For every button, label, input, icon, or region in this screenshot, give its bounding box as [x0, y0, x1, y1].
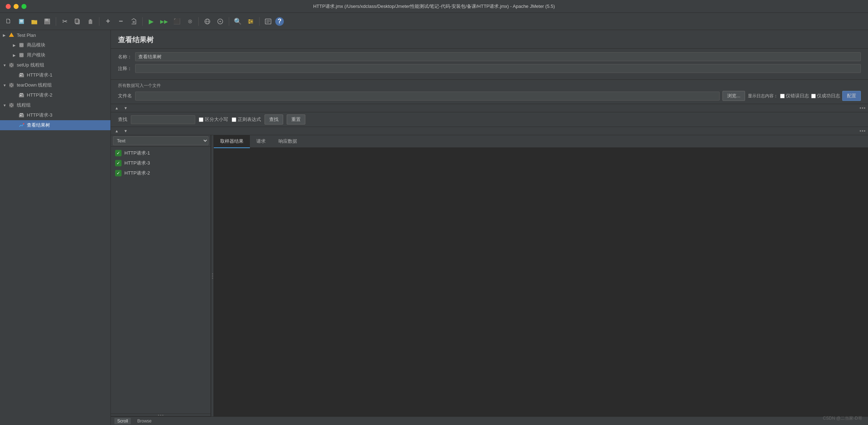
window-controls[interactable]	[6, 4, 26, 9]
remove-icon[interactable]: −	[115, 16, 127, 27]
sidebar-item-user-module[interactable]: ▶ 用户模块	[0, 50, 110, 60]
up-arrow-button[interactable]: ▲	[113, 105, 120, 111]
sidebar-item-setup-group[interactable]: ▼ setUp 线程组	[0, 60, 110, 70]
help-icon[interactable]: ?	[275, 17, 284, 26]
open-icon[interactable]	[29, 16, 40, 27]
tab-sampler-results[interactable]: 取样器结果	[214, 135, 250, 148]
paste-icon[interactable]	[85, 16, 96, 27]
titlebar: HTTP请求.jmx (/Users/xdclass/Desktop/Jmete…	[0, 0, 868, 13]
svg-marker-26	[9, 33, 14, 37]
config-button[interactable]: 配置	[842, 91, 861, 101]
arrow-icon: ▼	[3, 83, 8, 87]
cut-icon[interactable]: ✂	[59, 16, 70, 27]
stop-icon[interactable]: ⬛	[171, 16, 183, 27]
sidebar-item-product-module[interactable]: ▶ 商品模块	[0, 40, 110, 50]
bottom-tab-scroll[interactable]: Scroll	[114, 418, 131, 424]
sidebar-item-thread-group[interactable]: ▼ 线程组	[0, 100, 110, 110]
view-type-select[interactable]: Text XML JSON HTML	[113, 136, 208, 145]
file-row: 文件名 浏览... 显示日志内容： 仅错误日志 仅成功日志 配置	[118, 91, 861, 101]
sidebar-item-http1[interactable]: HTTP请求-1	[0, 70, 110, 80]
svg-point-29	[21, 45, 22, 46]
remote2-icon[interactable]	[214, 16, 226, 27]
list-item[interactable]: ✓ HTTP请求-3	[111, 158, 211, 168]
success-icon: ✓	[115, 150, 122, 156]
tab-bar: 取样器结果 请求 响应数据	[214, 135, 868, 148]
sidebar-item-test-plan[interactable]: ▶ Test Plan	[0, 30, 110, 40]
sidebar-item-result-tree[interactable]: 查看结果树	[0, 120, 110, 130]
copy-icon[interactable]	[72, 16, 83, 27]
module-icon	[18, 52, 25, 59]
name-label: 名称：	[118, 54, 132, 60]
svg-rect-9	[89, 19, 92, 21]
save-icon[interactable]	[41, 16, 53, 27]
template-icon[interactable]	[16, 16, 27, 27]
sidebar-item-teardown-group[interactable]: ▼ tearDown 线程组	[0, 80, 110, 90]
log-icon[interactable]	[262, 16, 274, 27]
down-arrow-button[interactable]: ▼	[122, 105, 129, 111]
more-options-button-2[interactable]: •••	[859, 128, 866, 134]
bottom-tab-browse[interactable]: Browse	[134, 418, 154, 424]
success-log-checkbox-label[interactable]: 仅成功日志	[811, 93, 840, 99]
testplan-icon	[8, 31, 15, 39]
sidebar-item-label: 商品模块	[27, 42, 45, 48]
left-pane-toolbar: Text XML JSON HTML	[111, 135, 211, 147]
sidebar-item-http3[interactable]: HTTP请求-3	[0, 110, 110, 120]
comment-input[interactable]	[135, 64, 861, 73]
success-icon: ✓	[115, 160, 122, 166]
splitter-dot	[160, 415, 161, 416]
file-section: 所有数据写入一个文件 文件名 浏览... 显示日志内容： 仅错误日志 仅成功日志…	[111, 80, 868, 104]
search-input[interactable]	[131, 115, 195, 124]
sidebar-item-label: tearDown 线程组	[17, 82, 52, 88]
down-arrow-button-2[interactable]: ▼	[122, 128, 129, 134]
main-layout: ▶ Test Plan ▶ 商品模块 ▶	[0, 30, 868, 425]
shutdown-icon[interactable]: ⊗	[184, 16, 196, 27]
name-input[interactable]	[135, 52, 861, 61]
browse-button[interactable]: 浏览...	[722, 91, 745, 101]
close-button[interactable]	[6, 4, 11, 9]
splitter-dots	[158, 415, 163, 416]
clear-icon[interactable]	[128, 16, 139, 27]
case-sensitive-checkbox[interactable]	[199, 117, 203, 122]
name-row: 名称：	[118, 52, 861, 61]
sidebar-item-label: HTTP请求-1	[27, 72, 53, 78]
regex-checkbox[interactable]	[232, 117, 236, 122]
vertical-splitter[interactable]	[111, 414, 211, 416]
sep3	[142, 17, 143, 26]
tab-response-data[interactable]: 响应数据	[272, 135, 304, 148]
search-icon[interactable]: 🔍	[232, 16, 243, 27]
find-label: 查找	[118, 116, 127, 123]
find-button[interactable]: 查找	[265, 114, 283, 124]
up-arrow-button-2[interactable]: ▲	[113, 128, 120, 134]
maximize-button[interactable]	[21, 4, 26, 9]
regex-label[interactable]: 正则表达式	[232, 116, 261, 123]
splitter-dot	[212, 275, 213, 277]
error-log-checkbox[interactable]	[780, 94, 785, 98]
list-item[interactable]: ✓ HTTP请求-2	[111, 168, 211, 178]
shield-checkmark-icon: ✓	[117, 151, 120, 156]
tab-request[interactable]: 请求	[250, 135, 272, 148]
window-title: HTTP请求.jmx (/Users/xdclass/Desktop/Jmete…	[313, 3, 555, 10]
content-area: 查看结果树 名称： 注释： 所有数据写入一个文件 文件名 浏览... 显示日志内…	[111, 30, 868, 425]
error-log-checkbox-label[interactable]: 仅错误日志	[780, 93, 809, 99]
options-icon[interactable]	[245, 16, 256, 27]
add-icon[interactable]: +	[102, 16, 114, 27]
file-name-input[interactable]	[135, 92, 720, 101]
reset-button[interactable]: 重置	[287, 114, 305, 124]
splitter-dot	[212, 273, 213, 274]
tab-content-area	[214, 148, 868, 416]
new-icon[interactable]: 🗋	[3, 16, 14, 27]
case-sensitive-label[interactable]: 区分大小写	[199, 116, 228, 123]
arrow-icon	[13, 73, 18, 77]
sidebar-item-http2[interactable]: HTTP请求-2	[0, 90, 110, 100]
arrow-icon: ▶	[13, 53, 18, 57]
success-log-checkbox[interactable]	[811, 94, 816, 98]
start-nopauses-icon[interactable]: ▶▶	[158, 16, 170, 27]
list-item[interactable]: ✓ HTTP请求-1	[111, 148, 211, 158]
minimize-button[interactable]	[14, 4, 19, 9]
more-options-button[interactable]: •••	[859, 105, 866, 111]
panel-title: 查看结果树	[118, 36, 154, 44]
start-icon[interactable]: ▶	[146, 16, 157, 27]
sidebar-item-label: setUp 线程组	[17, 62, 44, 68]
horizontal-splitter[interactable]	[211, 135, 214, 416]
remote-icon[interactable]	[202, 16, 213, 27]
